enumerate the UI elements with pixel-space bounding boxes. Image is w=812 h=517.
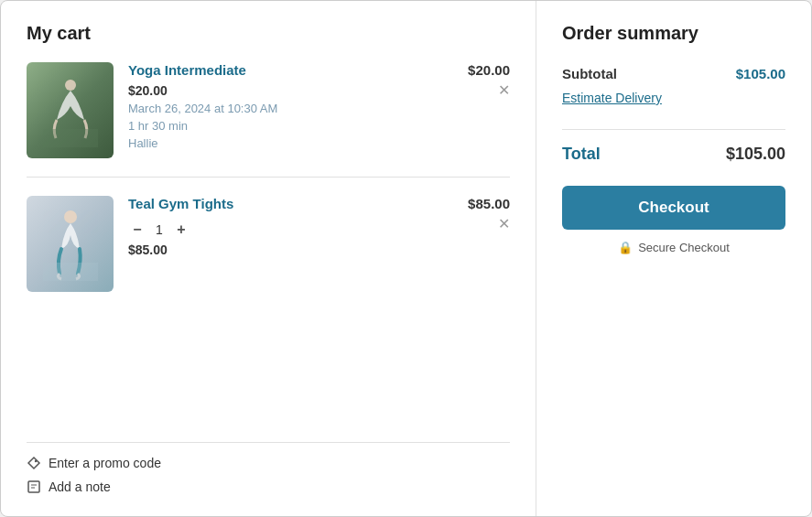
tights-price-main: $85.00 [128,242,453,257]
yoga-price-main: $20.00 [128,83,453,98]
checkout-button[interactable]: Checkout [562,186,785,230]
cart-item-tights: Teal Gym Tights − 1 + $85.00 $85.00 ✕ [27,196,510,292]
total-value: $105.00 [726,145,785,164]
svg-rect-5 [28,481,39,492]
svg-point-0 [65,80,76,91]
cart-item-yoga: Yoga Intermediate $20.00 March 26, 2024 … [27,62,510,178]
quantity-decrease-button[interactable]: − [128,221,146,239]
secure-checkout-row: 🔒 Secure Checkout [562,241,785,254]
yoga-details: Yoga Intermediate $20.00 March 26, 2024 … [128,62,453,150]
yoga-name: Yoga Intermediate [128,62,453,78]
subtotal-row: Subtotal $105.00 [562,66,785,81]
note-label: Add a note [49,479,111,494]
order-summary-panel: Order summary Subtotal $105.00 Estimate … [536,1,811,516]
tights-image [27,196,114,292]
remove-yoga-button[interactable]: ✕ [498,83,510,98]
cart-panel: My cart Yoga Intermediate $20.00 March 2… [1,1,536,516]
cart-title: My cart [27,23,510,44]
quantity-increase-button[interactable]: + [172,221,190,239]
svg-point-2 [64,210,77,223]
promo-icon [27,456,41,470]
yoga-instructor: Hallie [128,136,453,150]
total-label: Total [562,145,601,164]
yoga-duration: 1 hr 30 min [128,119,453,133]
quantity-value: 1 [156,222,163,237]
page-container: My cart Yoga Intermediate $20.00 March 2… [0,0,812,517]
tights-name: Teal Gym Tights [128,196,453,211]
lock-icon: 🔒 [618,241,633,254]
subtotal-value: $105.00 [736,66,785,81]
yoga-price-right: $20.00 [468,62,510,78]
total-row: Total $105.00 [562,145,785,164]
subtotal-label: Subtotal [562,66,617,81]
yoga-image [27,62,114,158]
svg-rect-3 [43,263,98,281]
promo-row[interactable]: Enter a promo code [27,456,510,470]
summary-divider [562,129,785,130]
promo-note-section: Enter a promo code Add a note [27,442,510,494]
quantity-controls: − 1 + [128,221,453,239]
yoga-date: March 26, 2024 at 10:30 AM [128,102,453,115]
svg-point-4 [35,460,37,462]
estimate-delivery-link[interactable]: Estimate Delivery [562,91,785,105]
svg-rect-1 [43,129,98,147]
secure-checkout-label: Secure Checkout [638,241,730,254]
tights-details: Teal Gym Tights − 1 + $85.00 [128,196,453,257]
order-summary-title: Order summary [562,23,785,44]
remove-tights-button[interactable]: ✕ [498,217,510,232]
promo-label: Enter a promo code [49,456,161,470]
tights-right: $85.00 ✕ [468,196,510,232]
note-row[interactable]: Add a note [27,479,510,494]
note-icon [27,479,41,494]
tights-price-right: $85.00 [468,196,510,211]
yoga-right: $20.00 ✕ [468,62,510,98]
